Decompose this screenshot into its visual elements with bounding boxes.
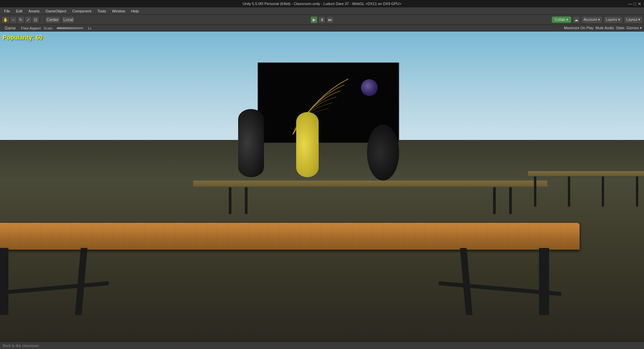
menu-help[interactable]: Help	[128, 8, 142, 14]
menu-window[interactable]: Window	[109, 8, 128, 14]
play-controls: ▶ ⏸ ⏭	[310, 16, 334, 23]
step-button[interactable]: ⏭	[326, 16, 334, 23]
pause-button[interactable]: ⏸	[318, 16, 326, 23]
status-message: Back to the classroom.	[3, 344, 40, 348]
aspect-dropdown[interactable]: Free Aspect	[21, 26, 41, 30]
popularity-text: Popularity: 60	[3, 34, 43, 41]
tool-hand[interactable]: ✋	[1, 16, 10, 23]
play-button[interactable]: ▶	[310, 16, 318, 23]
cloud-button[interactable]: ☁	[573, 16, 580, 23]
layout-dropdown[interactable]: Layout ▾	[624, 16, 643, 23]
table-leg-ml1	[229, 187, 231, 214]
table-leg-mr2	[509, 187, 512, 214]
toolbar: ✋ ↔ ↻ ⤢ ⊡ Center Local ▶ ⏸ ⏭ Collab ▾ ☁ …	[0, 15, 644, 25]
account-label: Account ▾	[584, 17, 600, 22]
table-legs-right	[528, 177, 644, 207]
capsule-black	[238, 109, 264, 177]
toolbar-right: Collab ▾ ☁ Account ▾ Layers ▾ Layout ▾	[552, 16, 643, 23]
scene-canvas: Popularity: 60	[0, 32, 644, 342]
scale-slider[interactable]	[57, 27, 84, 29]
table-legs-mid	[193, 187, 547, 214]
collab-label: Collab ▾	[555, 17, 568, 22]
close-button[interactable]: ✕	[638, 1, 641, 6]
table-mid	[193, 181, 547, 221]
tool-scale[interactable]: ⤢	[24, 16, 32, 23]
layers-label: Layers ▾	[606, 17, 620, 22]
status-bar: Back to the classroom.	[0, 342, 644, 349]
scale-value: 1x	[88, 26, 92, 30]
table-leg-mr1	[493, 187, 496, 214]
stats-button[interactable]: Stats	[616, 26, 625, 30]
account-dropdown[interactable]: Account ▾	[581, 16, 602, 23]
table-support-left	[0, 281, 109, 296]
table-top-mid	[193, 181, 547, 187]
table-leg-r2	[568, 177, 570, 207]
table-leg-r4	[636, 177, 638, 207]
table-right	[528, 171, 644, 211]
info-bar-right: Maximize On Play Mute Audio Stats Gizmos…	[564, 26, 642, 30]
tool-rect[interactable]: ⊡	[32, 16, 39, 23]
table-legs-left	[229, 187, 248, 214]
table-foreground	[0, 223, 580, 317]
table-leg-fl2	[75, 248, 88, 315]
local-button[interactable]: Local	[62, 16, 75, 23]
table-top-foreground	[0, 223, 580, 250]
maximize-button[interactable]: □	[634, 1, 636, 6]
menu-tools[interactable]: Tools	[95, 8, 109, 14]
window-title: Unity 5.5.0f3 Personal (64bit) - Classro…	[3, 2, 641, 6]
tool-move[interactable]: ↔	[10, 16, 17, 23]
layout-label: Layout ▾	[626, 17, 640, 22]
window-controls: — □ ✕	[628, 1, 641, 6]
title-bar: Unity 5.5.0f3 Personal (64bit) - Classro…	[0, 0, 644, 7]
mute-audio[interactable]: Mute Audio	[596, 26, 614, 30]
sep1	[42, 16, 42, 23]
menu-edit[interactable]: Edit	[13, 8, 25, 14]
game-viewport: Popularity: 60	[0, 32, 644, 342]
table-leg-r3	[602, 177, 604, 207]
table-top-right	[528, 171, 644, 176]
pivot-button[interactable]: Center	[45, 16, 60, 23]
info-bar: Game Free Aspect Scale 1x Maximize On Pl…	[0, 25, 644, 32]
minimize-button[interactable]: —	[628, 1, 632, 6]
menu-assets[interactable]: Assets	[26, 8, 42, 14]
capsule-yellow	[296, 112, 319, 177]
cloud-icon: ☁	[574, 17, 578, 22]
transform-tools: ✋ ↔ ↻ ⤢ ⊡	[1, 16, 39, 23]
table-legs-right	[493, 187, 512, 214]
maximize-on-play[interactable]: Maximize On Play	[564, 26, 594, 30]
table-leg-r1	[534, 177, 536, 207]
wheel-right	[367, 124, 399, 180]
table-leg-fl	[0, 248, 8, 315]
scale-label: Scale	[43, 26, 53, 30]
menu-component[interactable]: Component	[69, 8, 94, 14]
layers-dropdown[interactable]: Layers ▾	[604, 16, 623, 23]
menu-file[interactable]: File	[1, 8, 13, 14]
menu-gameobject[interactable]: GameObject	[43, 8, 69, 14]
menu-bar: File Edit Assets GameObject Component To…	[0, 7, 644, 15]
collab-button[interactable]: Collab ▾	[552, 16, 571, 23]
game-tab[interactable]: Game	[2, 25, 18, 31]
table-leg-fr	[539, 248, 549, 315]
gizmos-button[interactable]: Gizmos ▾	[627, 26, 642, 30]
table-leg-fr2	[460, 248, 472, 315]
table-leg-ml2	[245, 187, 248, 214]
tool-rotate[interactable]: ↻	[17, 16, 24, 23]
